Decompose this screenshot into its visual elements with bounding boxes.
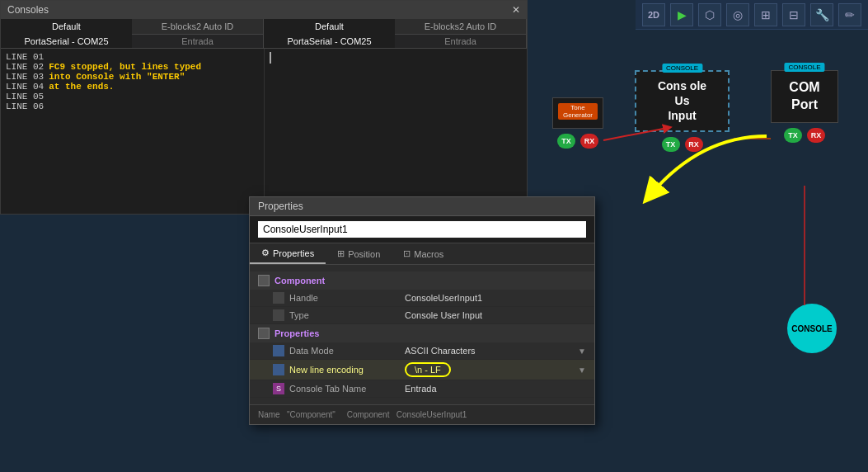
- data-mode-row: Data Mode ASCII Characters ▼: [250, 342, 594, 360]
- com-port-pins: TX RX: [771, 128, 838, 143]
- close-button[interactable]: ✕: [512, 4, 520, 16]
- footer-name-label: Name: [258, 410, 280, 419]
- dialog-title: Properties: [250, 197, 594, 216]
- com-badge: CONSOLE: [784, 63, 824, 72]
- data-mode-label: Data Mode: [289, 346, 405, 356]
- tone-generator-node[interactable]: ToneGenerator TX RX: [552, 97, 603, 149]
- right-console-pane[interactable]: [265, 49, 528, 214]
- tone-badge: ToneGenerator: [558, 103, 598, 120]
- data-mode-value: ASCII Characters ▼: [405, 346, 586, 356]
- console-circle-node[interactable]: CONSOLE: [787, 304, 837, 353]
- left-sub-entrada[interactable]: Entrada: [132, 35, 263, 48]
- console-tab-value: Entrada: [405, 384, 586, 394]
- consoles-title-bar: Consoles ✕: [1, 1, 527, 19]
- console-tab-icon: S: [273, 383, 284, 394]
- consoles-panel: Consoles ✕ Default E-blocks2 Auto ID Por…: [0, 0, 528, 215]
- toolbar: 2D ▶ ⬡ ◎ ⊞ ⊟ 🔧 ✏: [636, 0, 868, 30]
- toolbar-grid2[interactable]: ⊟: [782, 3, 805, 26]
- toolbar-target[interactable]: ◎: [726, 3, 749, 26]
- toolbar-play[interactable]: ▶: [670, 3, 693, 26]
- right-tab-row-top: Default E-blocks2 Auto ID: [264, 19, 526, 35]
- tab-position[interactable]: ⊞ Position: [326, 243, 392, 264]
- left-console-pane[interactable]: LINE 01 LINE 02 FC9 stopped, but lines t…: [1, 49, 265, 214]
- right-sub-entrada[interactable]: Entrada: [395, 35, 526, 48]
- right-sub-com[interactable]: PortaSerial - COM25: [264, 35, 395, 48]
- properties-section-icon: [258, 328, 270, 339]
- position-tab-label: Position: [348, 249, 380, 259]
- toolbar-hex[interactable]: ⬡: [698, 3, 721, 26]
- handle-value: ConsoleUserInput1: [405, 293, 586, 303]
- tone-pins: TX RX: [552, 134, 603, 149]
- dialog-tabs: ⚙ Properties ⊞ Position ⊡ Macros: [250, 243, 594, 265]
- tab-macros[interactable]: ⊡ Macros: [392, 243, 455, 264]
- dialog-content: Component Handle ConsoleUserInput1 Type …: [250, 265, 594, 404]
- handle-label: Handle: [289, 293, 405, 303]
- tone-tx-pin[interactable]: TX: [557, 134, 575, 149]
- footer-name-value: "Component": [287, 410, 335, 419]
- console-badge: CONSOLE: [662, 64, 702, 73]
- left-tab-row-top: Default E-blocks2 Auto ID: [1, 19, 263, 35]
- message-text: FC9 stopped, but lines typed: [49, 62, 201, 72]
- message-text2: into Console with "ENTER": [49, 72, 185, 82]
- left-tab-group: Default E-blocks2 Auto ID PortaSerial - …: [1, 19, 264, 48]
- console-line-1: LINE 01: [6, 52, 259, 62]
- macros-tab-label: Macros: [414, 249, 443, 259]
- handle-row: Handle ConsoleUserInput1: [250, 290, 594, 307]
- left-tab-autoid[interactable]: E-blocks2 Auto ID: [132, 19, 263, 35]
- console-rx-pin[interactable]: RX: [685, 137, 703, 152]
- newline-icon: [273, 364, 284, 375]
- message-text3: at the ends.: [49, 82, 114, 92]
- properties-section-header: Properties: [250, 324, 594, 342]
- data-mode-icon: [273, 345, 284, 356]
- dialog-name-bar: [250, 216, 594, 243]
- properties-dialog: Properties ⚙ Properties ⊞ Position ⊡ Mac…: [249, 196, 595, 425]
- console-tx-pin[interactable]: TX: [662, 137, 680, 152]
- line-num3: LINE 03: [6, 72, 44, 82]
- left-sub-com[interactable]: PortaSerial - COM25: [1, 35, 132, 48]
- com-tx-pin[interactable]: TX: [784, 128, 802, 143]
- newline-dropdown[interactable]: ▼: [578, 366, 586, 375]
- right-tab-default[interactable]: Default: [264, 19, 395, 35]
- toolbar-2d[interactable]: 2D: [642, 3, 665, 26]
- console-tabs: Default E-blocks2 Auto ID PortaSerial - …: [1, 19, 527, 49]
- console-tab-row: S Console Tab Name Entrada: [250, 380, 594, 398]
- console-input-box: CONSOLE Cons oleUsInput: [635, 70, 730, 132]
- newline-value: \n - LF ▼: [405, 362, 586, 377]
- console-circle[interactable]: CONSOLE: [787, 304, 837, 353]
- footer-component-label: Component: [347, 410, 390, 419]
- properties-section-label: Properties: [274, 328, 319, 338]
- toolbar-wrench[interactable]: 🔧: [810, 3, 833, 26]
- dialog-footer: Name "Component" Component ConsoleUserIn…: [250, 404, 594, 424]
- com-port-node[interactable]: CONSOLE COMPort TX RX: [771, 70, 838, 143]
- properties-tab-label: Properties: [273, 248, 314, 258]
- footer-component-value: ConsoleUserInput1: [396, 410, 467, 419]
- toolbar-grid[interactable]: ⊞: [754, 3, 777, 26]
- console-input-node[interactable]: CONSOLE Cons oleUsInput TX RX: [635, 70, 730, 152]
- line-num4: LINE 04: [6, 82, 44, 92]
- console-tab-label: Console Tab Name: [289, 384, 405, 394]
- line-num: LINE 02: [6, 62, 44, 72]
- handle-icon: [273, 292, 284, 304]
- component-section-icon: [258, 275, 270, 286]
- tone-rx-pin[interactable]: RX: [580, 134, 598, 149]
- console-input-pins: TX RX: [635, 137, 730, 152]
- data-mode-dropdown[interactable]: ▼: [578, 347, 586, 356]
- consoles-title: Consoles: [7, 4, 49, 16]
- component-section-label: Component: [274, 276, 325, 286]
- tab-properties[interactable]: ⚙ Properties: [250, 243, 326, 264]
- console-input-text: Cons oleUsInput: [641, 78, 723, 124]
- left-tab-default[interactable]: Default: [1, 19, 132, 35]
- newline-row: New line encoding \n - LF ▼: [250, 360, 594, 380]
- macros-icon: ⊡: [403, 248, 411, 259]
- type-icon: [273, 309, 284, 321]
- left-tab-row-sub: PortaSerial - COM25 Entrada: [1, 35, 263, 48]
- cursor-line: [270, 52, 271, 64]
- toolbar-pencil[interactable]: ✏: [838, 3, 861, 26]
- type-row: Type Console User Input: [250, 307, 594, 324]
- component-name-input[interactable]: [258, 221, 586, 238]
- type-label: Type: [289, 310, 405, 320]
- com-rx-pin[interactable]: RX: [807, 128, 825, 143]
- console-line-4: LINE 04 at the ends.: [6, 82, 259, 92]
- right-tab-autoid[interactable]: E-blocks2 Auto ID: [395, 19, 526, 35]
- console-line-5: LINE 05: [6, 92, 259, 101]
